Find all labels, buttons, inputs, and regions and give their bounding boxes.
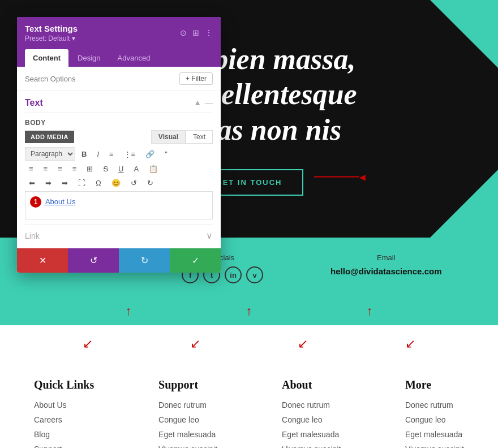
- section-up-arrow[interactable]: ▲: [194, 98, 201, 107]
- email-contact-item: Email hello@dividatascience.com: [330, 253, 441, 276]
- redo-editor-button[interactable]: ↻: [143, 177, 157, 189]
- emoji-button[interactable]: 😊: [108, 177, 124, 189]
- email-value: hello@dividatascience.com: [330, 266, 441, 276]
- footer-col-quicklinks-list: About Us Careers Blog Support: [34, 400, 94, 448]
- footer-more-item-1[interactable]: Donec rutrum: [405, 400, 464, 410]
- panel-icon-columns[interactable]: ⊞: [192, 28, 199, 38]
- text-section-header: Text ▲ —: [25, 98, 213, 113]
- teal-corner-top: [430, 0, 498, 68]
- editor-tabs-row: Visual Text: [151, 130, 213, 144]
- editor-tab-text[interactable]: Text: [186, 130, 213, 144]
- editor-toolbar-top: ADD MEDIA Visual Text: [25, 130, 213, 144]
- linkedin-icon[interactable]: in: [225, 266, 242, 283]
- search-input[interactable]: [25, 75, 175, 83]
- panel-header-icons: ⊙ ⊞ ⋮: [180, 28, 213, 38]
- left-red-arrow-down: ↙: [83, 337, 93, 351]
- footer-support-item-3[interactable]: Eget malesuada: [158, 430, 217, 439]
- panel-preset: Preset: Default ▾: [25, 35, 78, 42]
- footer-col-support-list: Donec rutrum Congue leo Eget malesuada V…: [158, 400, 217, 448]
- formatting-toolbar-1: Paragraph B I ≡ ⋮≡ 🔗 ": [25, 147, 213, 161]
- editor-area[interactable]: 1 About Us: [25, 191, 213, 219]
- footer-col-about-title: About: [282, 378, 341, 391]
- align-right-button[interactable]: ≡: [54, 163, 66, 175]
- footer-more-item-3[interactable]: Eget malesuada: [405, 430, 464, 439]
- footer-link-support[interactable]: Support: [34, 445, 94, 448]
- panel-search: + Filter: [17, 67, 221, 91]
- indent2-button[interactable]: ➡: [58, 177, 72, 189]
- teal-corner-bottom: [430, 170, 498, 238]
- special-chars-button[interactable]: Ω: [92, 177, 105, 189]
- panel-footer: ✕ ↺ ↻ ✓: [17, 248, 221, 273]
- outdent-button[interactable]: ⬅: [25, 177, 39, 189]
- add-media-button[interactable]: ADD MEDIA: [25, 131, 74, 143]
- unordered-list-button[interactable]: ≡: [105, 148, 118, 160]
- link-expand-arrow[interactable]: ∨: [206, 230, 213, 241]
- footer-support-item-4[interactable]: Vivamus suscipit: [158, 445, 217, 448]
- footer-about-item-2[interactable]: Congue leo: [282, 415, 341, 424]
- footer-support-item-2[interactable]: Congue leo: [158, 415, 217, 424]
- panel-title: Text Settings: [25, 24, 78, 33]
- footer-col-more-list: Donec rutrum Congue leo Eget malesuada V…: [405, 400, 464, 448]
- link-button[interactable]: 🔗: [141, 148, 158, 160]
- italic-button[interactable]: I: [93, 148, 103, 160]
- filter-button[interactable]: + Filter: [179, 72, 213, 85]
- undo-button[interactable]: ↺: [68, 248, 119, 273]
- tab-design[interactable]: Design: [70, 49, 108, 67]
- panel-icon-more[interactable]: ⋮: [205, 28, 213, 38]
- footer-more-item-2[interactable]: Congue leo: [405, 415, 464, 424]
- number-badge: 1: [30, 196, 41, 208]
- footer-about-item-3[interactable]: Eget malesuada: [282, 430, 341, 439]
- link-section: Link ∨: [25, 224, 213, 241]
- footer-link-blog[interactable]: Blog: [34, 430, 94, 439]
- tab-content[interactable]: Content: [25, 49, 68, 67]
- align-left-button[interactable]: ≡: [25, 163, 37, 175]
- footer-col-more-title: More: [405, 378, 464, 391]
- indent-button[interactable]: ➡: [41, 177, 55, 189]
- footer-col-quicklinks: Quick Links About Us Careers Blog Suppor…: [34, 378, 94, 448]
- footer-link-about-us[interactable]: About Us: [34, 400, 94, 410]
- underline-button[interactable]: U: [114, 163, 127, 175]
- footer-about-item-1[interactable]: Donec rutrum: [282, 400, 341, 410]
- footer-support-item-1[interactable]: Donec rutrum: [158, 400, 217, 410]
- ordered-list-button[interactable]: ⋮≡: [120, 148, 140, 160]
- diag-arrow-3: ↙: [298, 337, 308, 351]
- diag-arrow-2: ↙: [190, 337, 200, 351]
- body-label: Body: [25, 119, 213, 127]
- tab-advanced[interactable]: Advanced: [110, 49, 158, 67]
- redo-button[interactable]: ↻: [119, 248, 170, 273]
- footer-more-item-4[interactable]: Vivamus suscipit: [405, 445, 464, 448]
- align-center-button[interactable]: ≡: [40, 163, 52, 175]
- footer-arrows-row: ↑ ↑ ↑: [0, 299, 498, 325]
- footer-col-support-title: Support: [158, 378, 217, 391]
- paste-text-button[interactable]: 📋: [145, 163, 162, 175]
- paragraph-select[interactable]: Paragraph: [25, 147, 75, 161]
- panel-icon-target[interactable]: ⊙: [180, 28, 187, 38]
- editor-tab-visual[interactable]: Visual: [151, 130, 186, 144]
- cancel-button[interactable]: ✕: [17, 248, 68, 273]
- confirm-button[interactable]: ✓: [170, 248, 221, 273]
- text-section-title: Text: [25, 98, 43, 108]
- footer-link-careers[interactable]: Careers: [34, 415, 94, 424]
- table-button[interactable]: ⊞: [83, 163, 97, 175]
- text-color-button[interactable]: A: [130, 163, 143, 175]
- diag-arrow-4: ↙: [405, 337, 415, 351]
- blockquote-button[interactable]: ": [161, 148, 171, 160]
- panel-header-info: Text Settings Preset: Default ▾: [25, 24, 78, 42]
- align-justify-button[interactable]: ≡: [68, 163, 81, 175]
- vimeo-icon[interactable]: v: [246, 266, 263, 283]
- undo-editor-button[interactable]: ↺: [127, 177, 141, 189]
- bold-button[interactable]: B: [78, 148, 91, 160]
- diag-arrow-2-wrapper: ↙: [190, 337, 200, 351]
- footer-col-support: Support Donec rutrum Congue leo Eget mal…: [158, 378, 217, 448]
- editor-link-text[interactable]: About Us: [45, 197, 75, 206]
- diag-arrow-4-wrapper: ↙: [405, 337, 415, 351]
- strikethrough-button[interactable]: S: [99, 163, 112, 175]
- panel-header: Text Settings Preset: Default ▾ ⊙ ⊞ ⋮: [17, 17, 221, 49]
- panel-body: Text ▲ — Body ADD MEDIA Visual Text Para…: [17, 91, 221, 248]
- panel-tabs: Content Design Advanced: [17, 49, 221, 67]
- fullscreen-button[interactable]: ⛶: [74, 177, 89, 189]
- arrow-up-phone: ↑: [125, 304, 131, 318]
- section-dash[interactable]: —: [205, 98, 213, 107]
- footer-about-item-4[interactable]: Vivamus suscipit: [282, 445, 341, 448]
- email-label: Email: [330, 253, 441, 262]
